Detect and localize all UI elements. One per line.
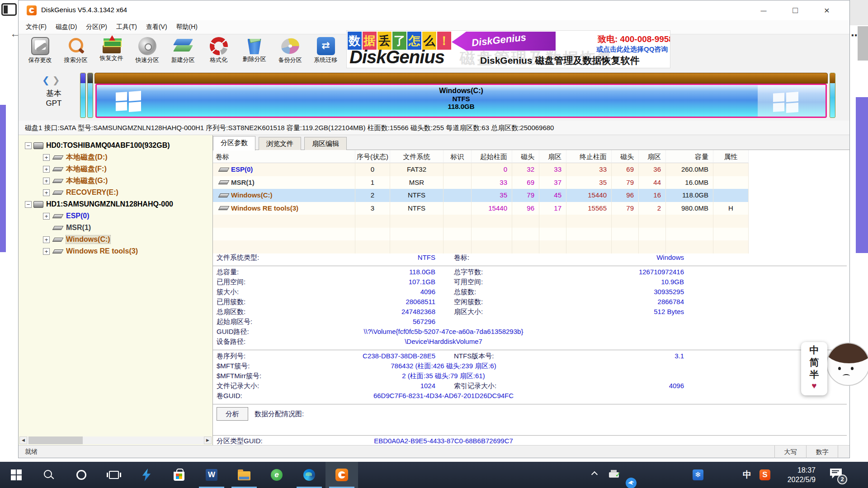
toolbar-button-3[interactable]: 恢复文件 <box>94 36 129 68</box>
menu-item-D[interactable]: 磁盘(D) <box>51 21 81 33</box>
toolbar-button-1[interactable]: 保存更改 <box>22 36 58 68</box>
360-browser-icon[interactable] <box>260 462 293 488</box>
close-button[interactable] <box>816 3 837 18</box>
table-row[interactable]: Windows RE tools(3)3NTFS1544096171556579… <box>213 202 749 215</box>
cortana-icon[interactable] <box>65 462 98 488</box>
tree-item-F[interactable]: 本地磁盘(F:) <box>19 163 212 175</box>
partition-name: Windows(C:) <box>97 87 826 95</box>
ime-mode-char[interactable]: 简 <box>801 356 827 368</box>
menu-item-T[interactable]: 工具(T) <box>112 21 142 33</box>
word-icon[interactable] <box>195 462 228 488</box>
disk-nav-arrows[interactable] <box>42 75 60 85</box>
column-header-11[interactable]: 容量 <box>666 150 713 163</box>
sogou-ime-widget[interactable]: 中简半 <box>801 342 827 395</box>
prev-disk-icon[interactable] <box>42 75 50 85</box>
cell <box>713 215 749 228</box>
toolbar-button-2[interactable]: 搜索分区 <box>58 36 94 68</box>
word-icon <box>206 469 217 481</box>
collapse-icon[interactable] <box>25 142 32 149</box>
detail-value: C238-DB37-38DB-28E5 <box>281 352 435 360</box>
expand-icon[interactable] <box>43 213 50 220</box>
taskbar-clock[interactable]: 18:37 2022/5/9 <box>774 465 816 484</box>
column-header-7[interactable]: 扇区 <box>539 150 566 163</box>
tree-item-G[interactable]: 本地磁盘(G:) <box>19 175 212 187</box>
menu-item-V[interactable]: 查看(V) <box>142 21 172 33</box>
sogou-icon[interactable] <box>760 469 770 480</box>
maximize-button[interactable] <box>785 3 806 18</box>
expand-icon[interactable] <box>43 166 50 173</box>
tree-item-MSR1[interactable]: MSR(1) <box>19 222 212 234</box>
tab-扇区编辑[interactable]: 扇区编辑 <box>304 137 347 150</box>
scroll-left-icon[interactable] <box>19 436 27 444</box>
partition-block-re-tools[interactable] <box>830 73 835 118</box>
table-row[interactable]: MSR(1)1MSR33693735794416.0MB <box>213 176 749 189</box>
table-row[interactable]: Windows(C:)2NTFS357945154409616118.0GB <box>213 189 749 202</box>
tree-item-HD0TOSHIBAMQ04ABF100932GB[interactable]: HD0:TOSHIBAMQ04ABF100(932GB) <box>19 140 212 151</box>
ime-mode-char[interactable]: 半 <box>801 368 827 380</box>
tree-item-HD1SAMSUNGMZNLN128HAHQ000[interactable]: HD1:SAMSUNGMZNLN128HAHQ-000 <box>19 198 212 210</box>
scroll-right-icon[interactable] <box>204 436 212 444</box>
expand-icon[interactable] <box>43 154 50 161</box>
edge-icon[interactable] <box>293 462 326 488</box>
ime-mode-char[interactable]: 中 <box>801 344 827 356</box>
column-header-4[interactable]: 标识 <box>443 150 472 163</box>
expand-icon[interactable] <box>43 236 50 243</box>
flash-app-icon[interactable] <box>130 462 163 488</box>
tree-item-WindowsC[interactable]: Windows(C:) <box>19 234 212 245</box>
expand-icon[interactable] <box>43 189 50 196</box>
tree-item-RECOVERYE[interactable]: RECOVERY(E:) <box>19 187 212 198</box>
printer-status-icon[interactable] <box>609 472 619 478</box>
tab-分区参数[interactable]: 分区参数 <box>213 136 255 150</box>
details-row: 已用簇数:28068511空闲簇数:2866784 <box>213 298 849 308</box>
dingtalk-icon[interactable] <box>626 478 637 488</box>
taskbar-search-icon[interactable] <box>33 462 65 488</box>
task-view-icon[interactable] <box>98 462 130 488</box>
next-disk-icon[interactable] <box>52 75 60 85</box>
tree-item-D[interactable]: 本地磁盘(D:) <box>19 151 212 163</box>
disk-tree-panel: HD0:TOSHIBAMQ04ABF100(932GB)本地磁盘(D:)本地磁盘… <box>19 135 213 445</box>
column-header-10[interactable]: 扇区 <box>639 150 666 163</box>
toolbar-button-6[interactable]: 格式化 <box>201 36 236 68</box>
column-header-6[interactable]: 磁头 <box>512 150 539 163</box>
expand-icon[interactable] <box>43 248 50 255</box>
column-header-5[interactable]: 起始柱面 <box>472 150 512 163</box>
toolbar-button-4[interactable]: 快速分区 <box>129 36 165 68</box>
tree-item-ESP0[interactable]: ESP(0) <box>19 210 212 222</box>
partition-block-msr[interactable] <box>87 73 93 118</box>
partition-block-esp[interactable] <box>80 73 86 118</box>
column-header-1[interactable]: 卷标 <box>213 150 355 163</box>
tab-浏览文件[interactable]: 浏览文件 <box>259 137 301 150</box>
toolbar-button-9[interactable]: 系统迁移 <box>308 36 344 68</box>
diskgenius-taskbar-icon[interactable] <box>326 462 358 488</box>
minimize-button[interactable] <box>753 3 774 18</box>
volume-details: 文件系统类型:NTFS卷标:Windows总容量:118.0GB总字节数:126… <box>213 253 849 445</box>
analyze-button[interactable]: 分析 <box>217 407 248 421</box>
column-header-3[interactable]: 文件系统 <box>390 150 443 163</box>
scrollbar-thumb[interactable] <box>28 436 83 444</box>
ad-banner[interactable]: 磁盘管理及数据恢复 数据丢了怎么！ DiskGenius DiskGenius … <box>346 30 670 68</box>
banner-qq-link[interactable]: 或点击此处选择QQ咨询 <box>596 45 668 54</box>
cell: 45 <box>539 189 566 202</box>
menu-item-F[interactable]: 文件(F) <box>21 21 51 33</box>
snowflake-app-icon[interactable] <box>693 469 703 480</box>
collapse-icon[interactable] <box>25 201 32 208</box>
menu-item-H[interactable]: 帮助(H) <box>172 21 202 33</box>
partition-block-windows-c[interactable]: Windows(C:) NTFS 118.0GB <box>95 84 827 118</box>
heart-icon[interactable] <box>801 380 827 391</box>
table-row[interactable]: ESP(0)0FAT3203233336936260.0MB <box>213 163 749 176</box>
tree-horizontal-scrollbar[interactable] <box>19 436 212 444</box>
toolbar-button-5[interactable]: 新建分区 <box>165 36 201 68</box>
column-header-2[interactable]: 序号(状态) <box>355 150 390 163</box>
tree-item-WindowsREtools3[interactable]: Windows RE tools(3) <box>19 245 212 257</box>
toolbar-button-7[interactable]: 删除分区 <box>236 36 272 68</box>
column-header-9[interactable]: 磁头 <box>612 150 639 163</box>
tray-expand-chevron-icon[interactable] <box>591 471 598 478</box>
expand-icon[interactable] <box>43 178 50 184</box>
microsoft-store-icon[interactable] <box>163 462 195 488</box>
column-header-12[interactable]: 属性 <box>713 150 749 163</box>
ime-mode-icon[interactable]: 中 <box>743 469 754 480</box>
menu-item-P[interactable]: 分区(P) <box>81 21 112 33</box>
column-header-8[interactable]: 终止柱面 <box>566 150 612 163</box>
toolbar-button-8[interactable]: 备份分区 <box>272 36 308 68</box>
file-explorer-icon[interactable] <box>228 462 260 488</box>
